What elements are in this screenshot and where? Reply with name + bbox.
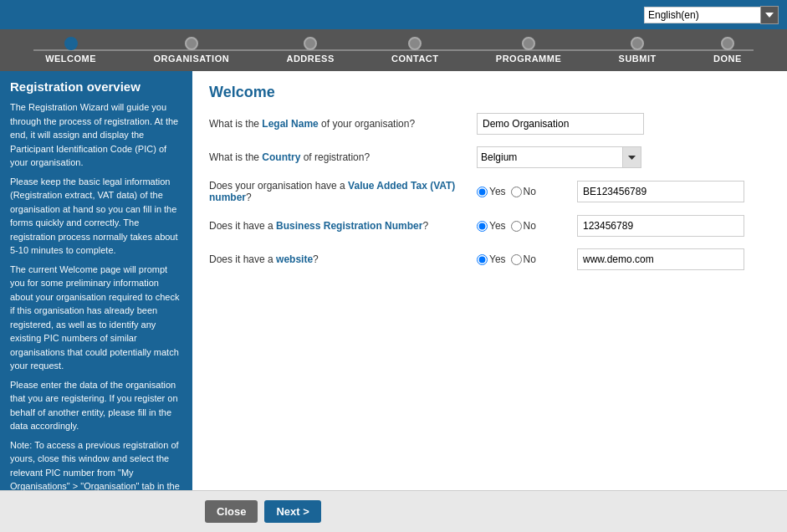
brn-yes-label[interactable]: Yes — [477, 220, 506, 232]
sidebar-para-3: The current Welcome page will prompt you… — [10, 263, 182, 373]
vat-yes-text: Yes — [489, 186, 506, 197]
country-select-wrapper[interactable]: Belgium — [477, 146, 641, 168]
vat-yes-label[interactable]: Yes — [477, 186, 506, 197]
step-circle-programme — [522, 37, 535, 50]
step-circle-submit — [631, 37, 644, 50]
vat-label: Does your organisation have a Value Adde… — [209, 180, 477, 203]
step-label-programme: PROGRAMME — [496, 54, 561, 64]
brn-no-text: No — [524, 220, 536, 232]
page-title: Welcome — [209, 84, 770, 101]
vat-no-text: No — [524, 186, 536, 197]
legal-name-label-bold: Legal Name — [262, 118, 318, 130]
legal-name-label: What is the Legal Name of your organisat… — [209, 118, 477, 130]
svg-marker-1 — [628, 156, 636, 160]
website-no-radio[interactable] — [511, 254, 522, 265]
website-row: Does it have a website? Yes No — [209, 248, 770, 270]
country-label-bold: Country — [262, 151, 300, 163]
website-input[interactable] — [577, 248, 744, 270]
legal-name-row: What is the Legal Name of your organisat… — [209, 113, 770, 135]
step-label-address: ADDRESS — [286, 54, 334, 64]
step-address[interactable]: ADDRESS — [286, 37, 334, 64]
vat-yes-radio[interactable] — [477, 187, 488, 197]
svg-marker-0 — [765, 13, 774, 18]
website-yes-label[interactable]: Yes — [477, 253, 506, 265]
website-label-bold: website — [276, 253, 313, 265]
brn-no-label[interactable]: No — [511, 220, 536, 232]
brn-label: Does it have a Business Registration Num… — [209, 220, 477, 232]
country-label-text1: What is the — [209, 151, 262, 163]
legal-name-label-text1: What is the — [209, 118, 262, 130]
vat-label-text1: Does your organisation have a — [209, 180, 348, 192]
step-circle-contact — [408, 37, 422, 50]
brn-yes-radio[interactable] — [477, 221, 488, 232]
next-button[interactable]: Next > — [264, 500, 320, 523]
step-contact[interactable]: CONTACT — [391, 37, 438, 64]
vat-no-radio[interactable] — [511, 187, 522, 197]
step-label-welcome: WELCOME — [45, 54, 96, 64]
brn-input[interactable] — [577, 215, 744, 237]
country-label-text2: of registration? — [300, 151, 370, 163]
step-circle-welcome — [64, 37, 78, 50]
brn-label-text2: ? — [422, 220, 428, 232]
button-bar: Close Next > — [0, 490, 787, 532]
vat-label-text2: ? — [246, 192, 252, 203]
language-select[interactable]: English(en) — [644, 7, 761, 23]
step-label-submit: SUBMIT — [619, 54, 657, 64]
website-label-text2: ? — [313, 253, 319, 265]
content-area: Welcome What is the Legal Name of your o… — [192, 71, 787, 532]
vat-input[interactable] — [577, 181, 744, 202]
website-no-label[interactable]: No — [511, 253, 536, 265]
website-label-text1: Does it have a — [209, 253, 276, 265]
website-label: Does it have a website? — [209, 253, 477, 265]
brn-label-bold: Business Registration Number — [276, 220, 422, 232]
country-label: What is the Country of registration? — [209, 151, 477, 163]
vat-row: Does your organisation have a Value Adde… — [209, 180, 770, 203]
top-bar: English(en) — [0, 0, 787, 29]
step-submit[interactable]: SUBMIT — [619, 37, 657, 64]
sidebar: Registration overview The Registration W… — [0, 71, 192, 532]
website-no-text: No — [524, 253, 536, 265]
website-yes-text: Yes — [489, 253, 506, 265]
brn-row: Does it have a Business Registration Num… — [209, 215, 770, 237]
sidebar-para-2: Please keep the basic legal information … — [10, 175, 182, 258]
website-radio-group[interactable]: Yes No — [477, 253, 577, 265]
main-content: Registration overview The Registration W… — [0, 71, 787, 532]
step-welcome[interactable]: WELCOME — [45, 37, 96, 64]
brn-yes-text: Yes — [489, 220, 506, 232]
step-circle-organisation — [185, 37, 198, 50]
country-select[interactable]: Belgium — [477, 146, 623, 168]
brn-no-radio[interactable] — [511, 221, 522, 232]
form-section: What is the Legal Name of your organisat… — [209, 113, 770, 270]
vat-no-label[interactable]: No — [511, 186, 536, 197]
step-done[interactable]: DONE — [713, 37, 742, 64]
sidebar-para-1: The Registration Wizard will guide you t… — [10, 100, 182, 170]
step-label-contact: CONTACT — [391, 54, 438, 64]
step-circle-address — [304, 37, 317, 50]
country-dropdown-button[interactable] — [623, 146, 641, 168]
step-organisation[interactable]: ORGANISATION — [153, 37, 229, 64]
close-button[interactable]: Close — [205, 500, 258, 523]
sidebar-title: Registration overview — [10, 79, 182, 94]
legal-name-input[interactable] — [477, 113, 644, 135]
language-selector-wrapper[interactable]: English(en) — [644, 6, 779, 24]
country-row: What is the Country of registration? Bel… — [209, 146, 770, 168]
step-circle-done — [721, 37, 734, 50]
step-label-organisation: ORGANISATION — [153, 54, 229, 64]
language-dropdown-button[interactable] — [760, 6, 779, 24]
vat-radio-group[interactable]: Yes No — [477, 186, 577, 197]
step-label-done: DONE — [713, 54, 742, 64]
brn-label-text1: Does it have a — [209, 220, 276, 232]
legal-name-label-text2: of your organisation? — [319, 118, 415, 130]
step-programme[interactable]: PROGRAMME — [496, 37, 561, 64]
progress-bar: WELCOME ORGANISATION ADDRESS CONTACT PRO… — [0, 29, 787, 71]
brn-radio-group[interactable]: Yes No — [477, 220, 577, 232]
sidebar-para-4: Please enter the data of the organisatio… — [10, 378, 182, 433]
website-yes-radio[interactable] — [477, 254, 488, 265]
page-wrapper: English(en) WELCOME ORGANISATION ADDRESS… — [0, 0, 787, 532]
